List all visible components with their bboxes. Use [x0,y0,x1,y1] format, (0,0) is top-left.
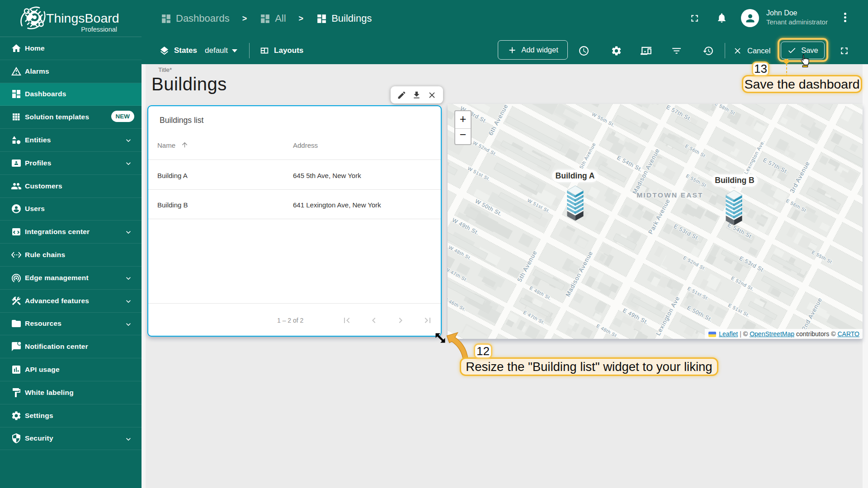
svg-text:Professional: Professional [81,26,117,33]
svg-text:ThingsBoard: ThingsBoard [46,11,119,25]
svg-text:MIDTOWN EAST: MIDTOWN EAST [637,191,703,199]
